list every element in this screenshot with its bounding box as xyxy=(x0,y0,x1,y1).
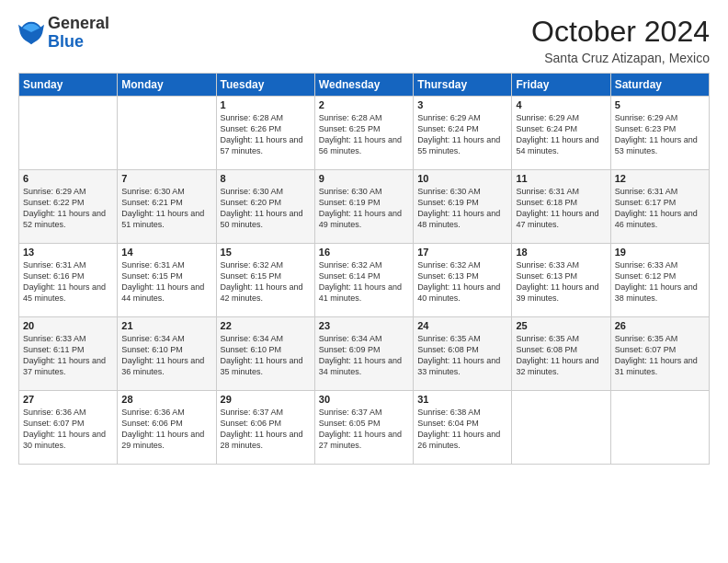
cell-info: Sunrise: 6:31 AMSunset: 6:17 PMDaylight:… xyxy=(615,186,705,231)
cell-info: Sunrise: 6:29 AMSunset: 6:24 PMDaylight:… xyxy=(516,112,606,157)
calendar-cell: 14 Sunrise: 6:31 AMSunset: 6:15 PMDaylig… xyxy=(118,244,216,317)
day-number: 16 xyxy=(319,247,409,258)
logo-general: General xyxy=(48,14,109,32)
day-number: 5 xyxy=(615,99,705,110)
day-number: 24 xyxy=(417,320,507,331)
day-number: 13 xyxy=(23,247,113,258)
day-number: 11 xyxy=(516,173,606,184)
cell-info: Sunrise: 6:35 AMSunset: 6:08 PMDaylight:… xyxy=(417,333,507,378)
day-number: 21 xyxy=(121,320,211,331)
day-number: 28 xyxy=(121,394,211,405)
calendar-cell: 16 Sunrise: 6:32 AMSunset: 6:14 PMDaylig… xyxy=(314,244,413,317)
day-number: 4 xyxy=(516,99,606,110)
calendar-cell: 15 Sunrise: 6:32 AMSunset: 6:15 PMDaylig… xyxy=(216,244,314,317)
cell-info: Sunrise: 6:28 AMSunset: 6:26 PMDaylight:… xyxy=(221,112,311,157)
day-number: 17 xyxy=(417,247,507,258)
cell-info: Sunrise: 6:38 AMSunset: 6:04 PMDaylight:… xyxy=(417,407,507,452)
logo: General Blue xyxy=(18,15,109,52)
header-row: Sunday Monday Tuesday Wednesday Thursday… xyxy=(19,74,710,97)
calendar-cell: 19 Sunrise: 6:33 AMSunset: 6:12 PMDaylig… xyxy=(610,244,709,317)
calendar-cell: 25 Sunrise: 6:35 AMSunset: 6:08 PMDaylig… xyxy=(512,317,610,391)
col-monday: Monday xyxy=(118,74,216,97)
calendar-cell: 21 Sunrise: 6:34 AMSunset: 6:10 PMDaylig… xyxy=(118,317,216,391)
calendar-cell: 24 Sunrise: 6:35 AMSunset: 6:08 PMDaylig… xyxy=(414,317,512,391)
cell-info: Sunrise: 6:29 AMSunset: 6:22 PMDaylight:… xyxy=(23,186,113,231)
calendar-cell: 26 Sunrise: 6:35 AMSunset: 6:07 PMDaylig… xyxy=(610,317,709,391)
header: General Blue October 2024 Santa Cruz Ati… xyxy=(18,15,710,65)
calendar-cell: 5 Sunrise: 6:29 AMSunset: 6:23 PMDayligh… xyxy=(610,97,709,170)
cell-info: Sunrise: 6:33 AMSunset: 6:11 PMDaylight:… xyxy=(23,333,113,378)
calendar-cell: 18 Sunrise: 6:33 AMSunset: 6:13 PMDaylig… xyxy=(512,244,610,317)
col-thursday: Thursday xyxy=(414,74,512,97)
day-number: 6 xyxy=(23,173,113,184)
day-number: 1 xyxy=(221,99,311,110)
calendar-table: Sunday Monday Tuesday Wednesday Thursday… xyxy=(18,73,710,465)
calendar-cell: 23 Sunrise: 6:34 AMSunset: 6:09 PMDaylig… xyxy=(314,317,413,391)
calendar-cell: 31 Sunrise: 6:38 AMSunset: 6:04 PMDaylig… xyxy=(414,391,512,465)
calendar-cell: 30 Sunrise: 6:37 AMSunset: 6:05 PMDaylig… xyxy=(314,391,413,465)
day-number: 20 xyxy=(23,320,113,331)
calendar-cell: 22 Sunrise: 6:34 AMSunset: 6:10 PMDaylig… xyxy=(216,317,314,391)
calendar-cell: 27 Sunrise: 6:36 AMSunset: 6:07 PMDaylig… xyxy=(19,391,118,465)
day-number: 22 xyxy=(221,320,311,331)
calendar-cell: 17 Sunrise: 6:32 AMSunset: 6:13 PMDaylig… xyxy=(414,244,512,317)
calendar-cell: 4 Sunrise: 6:29 AMSunset: 6:24 PMDayligh… xyxy=(512,97,610,170)
day-number: 26 xyxy=(615,320,705,331)
cell-info: Sunrise: 6:28 AMSunset: 6:25 PMDaylight:… xyxy=(319,112,409,157)
calendar-cell xyxy=(118,97,216,170)
calendar-cell: 7 Sunrise: 6:30 AMSunset: 6:21 PMDayligh… xyxy=(118,170,216,244)
cell-info: Sunrise: 6:30 AMSunset: 6:19 PMDaylight:… xyxy=(417,186,507,231)
calendar-cell xyxy=(610,391,709,465)
cell-info: Sunrise: 6:34 AMSunset: 6:10 PMDaylight:… xyxy=(121,333,211,378)
cell-info: Sunrise: 6:31 AMSunset: 6:18 PMDaylight:… xyxy=(516,186,606,231)
logo-blue: Blue xyxy=(48,32,84,51)
day-number: 18 xyxy=(516,247,606,258)
col-wednesday: Wednesday xyxy=(314,74,413,97)
calendar-cell: 2 Sunrise: 6:28 AMSunset: 6:25 PMDayligh… xyxy=(314,97,413,170)
calendar-week-1: 6 Sunrise: 6:29 AMSunset: 6:22 PMDayligh… xyxy=(19,170,710,244)
cell-info: Sunrise: 6:32 AMSunset: 6:14 PMDaylight:… xyxy=(319,259,409,304)
day-number: 15 xyxy=(221,247,311,258)
day-number: 3 xyxy=(417,99,507,110)
day-number: 12 xyxy=(615,173,705,184)
calendar-cell: 3 Sunrise: 6:29 AMSunset: 6:24 PMDayligh… xyxy=(414,97,512,170)
day-number: 14 xyxy=(121,247,211,258)
cell-info: Sunrise: 6:31 AMSunset: 6:16 PMDaylight:… xyxy=(23,259,113,304)
calendar-cell: 11 Sunrise: 6:31 AMSunset: 6:18 PMDaylig… xyxy=(512,170,610,244)
day-number: 8 xyxy=(221,173,311,184)
day-number: 23 xyxy=(319,320,409,331)
day-number: 7 xyxy=(121,173,211,184)
col-friday: Friday xyxy=(512,74,610,97)
cell-info: Sunrise: 6:33 AMSunset: 6:13 PMDaylight:… xyxy=(516,259,606,304)
col-sunday: Sunday xyxy=(19,74,118,97)
location: Santa Cruz Atizapan, Mexico xyxy=(531,51,710,65)
cell-info: Sunrise: 6:31 AMSunset: 6:15 PMDaylight:… xyxy=(121,259,211,304)
day-number: 27 xyxy=(23,394,113,405)
cell-info: Sunrise: 6:37 AMSunset: 6:05 PMDaylight:… xyxy=(319,407,409,452)
cell-info: Sunrise: 6:34 AMSunset: 6:09 PMDaylight:… xyxy=(319,333,409,378)
month-title: October 2024 xyxy=(531,15,710,49)
cell-info: Sunrise: 6:35 AMSunset: 6:07 PMDaylight:… xyxy=(615,333,705,378)
cell-info: Sunrise: 6:35 AMSunset: 6:08 PMDaylight:… xyxy=(516,333,606,378)
day-number: 10 xyxy=(417,173,507,184)
calendar-cell: 29 Sunrise: 6:37 AMSunset: 6:06 PMDaylig… xyxy=(216,391,314,465)
cell-info: Sunrise: 6:30 AMSunset: 6:21 PMDaylight:… xyxy=(121,186,211,231)
logo-icon xyxy=(18,20,44,46)
calendar-cell: 8 Sunrise: 6:30 AMSunset: 6:20 PMDayligh… xyxy=(216,170,314,244)
page: General Blue October 2024 Santa Cruz Ati… xyxy=(0,0,728,563)
calendar-cell: 28 Sunrise: 6:36 AMSunset: 6:06 PMDaylig… xyxy=(118,391,216,465)
cell-info: Sunrise: 6:34 AMSunset: 6:10 PMDaylight:… xyxy=(221,333,311,378)
calendar-cell: 13 Sunrise: 6:31 AMSunset: 6:16 PMDaylig… xyxy=(19,244,118,317)
calendar-week-4: 27 Sunrise: 6:36 AMSunset: 6:07 PMDaylig… xyxy=(19,391,710,465)
calendar-cell: 6 Sunrise: 6:29 AMSunset: 6:22 PMDayligh… xyxy=(19,170,118,244)
calendar-cell: 10 Sunrise: 6:30 AMSunset: 6:19 PMDaylig… xyxy=(414,170,512,244)
day-number: 31 xyxy=(417,394,507,405)
title-block: October 2024 Santa Cruz Atizapan, Mexico xyxy=(531,15,710,65)
cell-info: Sunrise: 6:30 AMSunset: 6:20 PMDaylight:… xyxy=(221,186,311,231)
cell-info: Sunrise: 6:32 AMSunset: 6:15 PMDaylight:… xyxy=(221,259,311,304)
calendar-week-2: 13 Sunrise: 6:31 AMSunset: 6:16 PMDaylig… xyxy=(19,244,710,317)
cell-info: Sunrise: 6:32 AMSunset: 6:13 PMDaylight:… xyxy=(417,259,507,304)
cell-info: Sunrise: 6:36 AMSunset: 6:06 PMDaylight:… xyxy=(121,407,211,452)
calendar-cell xyxy=(512,391,610,465)
cell-info: Sunrise: 6:29 AMSunset: 6:23 PMDaylight:… xyxy=(615,112,705,157)
